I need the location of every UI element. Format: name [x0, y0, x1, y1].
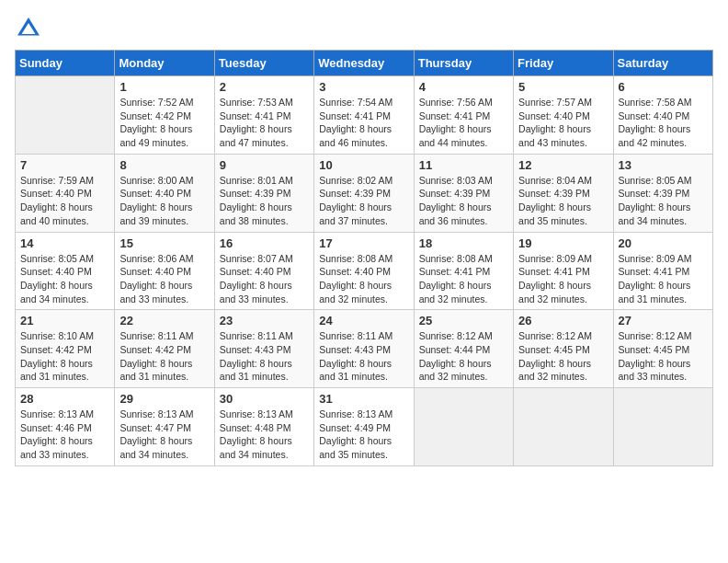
calendar-cell — [613, 388, 712, 466]
day-info: Sunrise: 8:04 AMSunset: 4:39 PMDaylight:… — [518, 174, 608, 228]
calendar-cell: 4 Sunrise: 7:56 AMSunset: 4:41 PMDayligh… — [414, 76, 513, 155]
day-info: Sunrise: 8:12 AMSunset: 4:45 PMDaylight:… — [518, 329, 608, 384]
day-number: 1 — [119, 80, 209, 94]
day-number: 13 — [619, 158, 708, 172]
calendar-cell: 6 Sunrise: 7:58 AMSunset: 4:40 PMDayligh… — [613, 76, 712, 155]
calendar-cell: 1 Sunrise: 7:52 AMSunset: 4:42 PMDayligh… — [115, 76, 214, 155]
day-info: Sunrise: 8:05 AMSunset: 4:39 PMDaylight:… — [619, 174, 708, 228]
day-number: 11 — [419, 158, 508, 172]
calendar-cell: 13 Sunrise: 8:05 AMSunset: 4:39 PMDaylig… — [613, 154, 712, 232]
day-info: Sunrise: 8:13 AMSunset: 4:49 PMDaylight:… — [319, 408, 408, 462]
day-number: 29 — [119, 392, 209, 406]
calendar-cell: 25 Sunrise: 8:12 AMSunset: 4:44 PMDaylig… — [414, 310, 513, 388]
calendar-header-saturday: Saturday — [613, 51, 712, 76]
calendar-cell: 20 Sunrise: 8:09 AMSunset: 4:41 PMDaylig… — [613, 232, 712, 310]
day-number: 23 — [220, 314, 309, 327]
calendar-cell: 3 Sunrise: 7:54 AMSunset: 4:41 PMDayligh… — [314, 76, 414, 155]
day-info: Sunrise: 8:11 AMSunset: 4:43 PMDaylight:… — [220, 329, 309, 384]
day-number: 6 — [619, 80, 708, 94]
day-info: Sunrise: 7:53 AMSunset: 4:41 PMDaylight:… — [220, 96, 309, 150]
calendar-week-row: 21 Sunrise: 8:10 AMSunset: 4:42 PMDaylig… — [16, 310, 713, 388]
day-number: 31 — [319, 392, 408, 406]
calendar-week-row: 28 Sunrise: 8:13 AMSunset: 4:46 PMDaylig… — [16, 388, 713, 466]
calendar-cell — [514, 388, 613, 466]
calendar-table: SundayMondayTuesdayWednesdayThursdayFrid… — [15, 50, 713, 466]
day-info: Sunrise: 7:54 AMSunset: 4:41 PMDaylight:… — [319, 96, 408, 150]
day-number: 3 — [319, 80, 408, 94]
calendar-cell: 28 Sunrise: 8:13 AMSunset: 4:46 PMDaylig… — [16, 388, 115, 466]
day-number: 5 — [518, 80, 608, 94]
day-info: Sunrise: 8:12 AMSunset: 4:44 PMDaylight:… — [419, 329, 508, 384]
day-number: 26 — [518, 314, 608, 327]
day-number: 15 — [119, 236, 209, 250]
day-info: Sunrise: 7:52 AMSunset: 4:42 PMDaylight:… — [119, 96, 209, 150]
day-number: 19 — [518, 236, 608, 250]
calendar-cell: 30 Sunrise: 8:13 AMSunset: 4:48 PMDaylig… — [214, 388, 313, 466]
day-number: 22 — [119, 314, 209, 327]
day-info: Sunrise: 8:11 AMSunset: 4:43 PMDaylight:… — [319, 329, 408, 384]
calendar-cell: 15 Sunrise: 8:06 AMSunset: 4:40 PMDaylig… — [115, 232, 214, 310]
day-number: 21 — [20, 314, 109, 327]
day-info: Sunrise: 8:05 AMSunset: 4:40 PMDaylight:… — [20, 252, 109, 306]
day-info: Sunrise: 8:02 AMSunset: 4:39 PMDaylight:… — [319, 174, 408, 228]
calendar-week-row: 1 Sunrise: 7:52 AMSunset: 4:42 PMDayligh… — [16, 76, 713, 155]
calendar-header-wednesday: Wednesday — [314, 51, 414, 76]
calendar-cell: 5 Sunrise: 7:57 AMSunset: 4:40 PMDayligh… — [514, 76, 613, 155]
day-number: 14 — [20, 236, 109, 250]
day-info: Sunrise: 8:10 AMSunset: 4:42 PMDaylight:… — [20, 329, 109, 384]
day-info: Sunrise: 8:09 AMSunset: 4:41 PMDaylight:… — [518, 252, 608, 306]
day-info: Sunrise: 7:57 AMSunset: 4:40 PMDaylight:… — [518, 96, 608, 150]
day-number: 28 — [20, 392, 109, 406]
day-number: 25 — [419, 314, 508, 327]
calendar-header-monday: Monday — [115, 51, 214, 76]
calendar-cell: 31 Sunrise: 8:13 AMSunset: 4:49 PMDaylig… — [314, 388, 414, 466]
day-info: Sunrise: 8:13 AMSunset: 4:46 PMDaylight:… — [20, 408, 109, 462]
calendar-cell: 11 Sunrise: 8:03 AMSunset: 4:39 PMDaylig… — [414, 154, 513, 232]
calendar-cell: 29 Sunrise: 8:13 AMSunset: 4:47 PMDaylig… — [115, 388, 214, 466]
page-header — [15, 15, 713, 42]
day-number: 9 — [220, 158, 309, 172]
day-number: 7 — [20, 158, 109, 172]
calendar-cell: 21 Sunrise: 8:10 AMSunset: 4:42 PMDaylig… — [16, 310, 115, 388]
day-number: 17 — [319, 236, 408, 250]
day-number: 18 — [419, 236, 508, 250]
day-info: Sunrise: 8:06 AMSunset: 4:40 PMDaylight:… — [119, 252, 209, 306]
calendar-cell: 7 Sunrise: 7:59 AMSunset: 4:40 PMDayligh… — [16, 154, 115, 232]
day-number: 30 — [220, 392, 309, 406]
day-number: 27 — [619, 314, 708, 327]
calendar-cell — [414, 388, 513, 466]
calendar-cell: 8 Sunrise: 8:00 AMSunset: 4:40 PMDayligh… — [115, 154, 214, 232]
calendar-cell: 27 Sunrise: 8:12 AMSunset: 4:45 PMDaylig… — [613, 310, 712, 388]
calendar-cell: 17 Sunrise: 8:08 AMSunset: 4:40 PMDaylig… — [314, 232, 414, 310]
calendar-cell: 19 Sunrise: 8:09 AMSunset: 4:41 PMDaylig… — [514, 232, 613, 310]
calendar-cell: 26 Sunrise: 8:12 AMSunset: 4:45 PMDaylig… — [514, 310, 613, 388]
day-info: Sunrise: 8:11 AMSunset: 4:42 PMDaylight:… — [119, 329, 209, 384]
day-info: Sunrise: 7:58 AMSunset: 4:40 PMDaylight:… — [619, 96, 708, 150]
calendar-header-thursday: Thursday — [414, 51, 513, 76]
calendar-header-tuesday: Tuesday — [214, 51, 313, 76]
logo-icon — [15, 15, 42, 42]
calendar-cell: 2 Sunrise: 7:53 AMSunset: 4:41 PMDayligh… — [214, 76, 313, 155]
day-info: Sunrise: 8:13 AMSunset: 4:47 PMDaylight:… — [119, 408, 209, 462]
day-info: Sunrise: 8:03 AMSunset: 4:39 PMDaylight:… — [419, 174, 508, 228]
day-info: Sunrise: 8:01 AMSunset: 4:39 PMDaylight:… — [220, 174, 309, 228]
day-number: 16 — [220, 236, 309, 250]
calendar-week-row: 14 Sunrise: 8:05 AMSunset: 4:40 PMDaylig… — [16, 232, 713, 310]
day-number: 24 — [319, 314, 408, 327]
calendar-cell: 18 Sunrise: 8:08 AMSunset: 4:41 PMDaylig… — [414, 232, 513, 310]
day-info: Sunrise: 7:56 AMSunset: 4:41 PMDaylight:… — [419, 96, 508, 150]
calendar-cell: 22 Sunrise: 8:11 AMSunset: 4:42 PMDaylig… — [115, 310, 214, 388]
day-info: Sunrise: 7:59 AMSunset: 4:40 PMDaylight:… — [20, 174, 109, 228]
calendar-header-friday: Friday — [514, 51, 613, 76]
day-number: 2 — [220, 80, 309, 94]
day-info: Sunrise: 8:09 AMSunset: 4:41 PMDaylight:… — [619, 252, 708, 306]
day-number: 4 — [419, 80, 508, 94]
calendar-cell: 12 Sunrise: 8:04 AMSunset: 4:39 PMDaylig… — [514, 154, 613, 232]
day-number: 20 — [619, 236, 708, 250]
day-info: Sunrise: 8:08 AMSunset: 4:40 PMDaylight:… — [319, 252, 408, 306]
calendar-cell: 16 Sunrise: 8:07 AMSunset: 4:40 PMDaylig… — [214, 232, 313, 310]
day-number: 12 — [518, 158, 608, 172]
day-number: 10 — [319, 158, 408, 172]
day-number: 8 — [119, 158, 209, 172]
calendar-cell: 14 Sunrise: 8:05 AMSunset: 4:40 PMDaylig… — [16, 232, 115, 310]
